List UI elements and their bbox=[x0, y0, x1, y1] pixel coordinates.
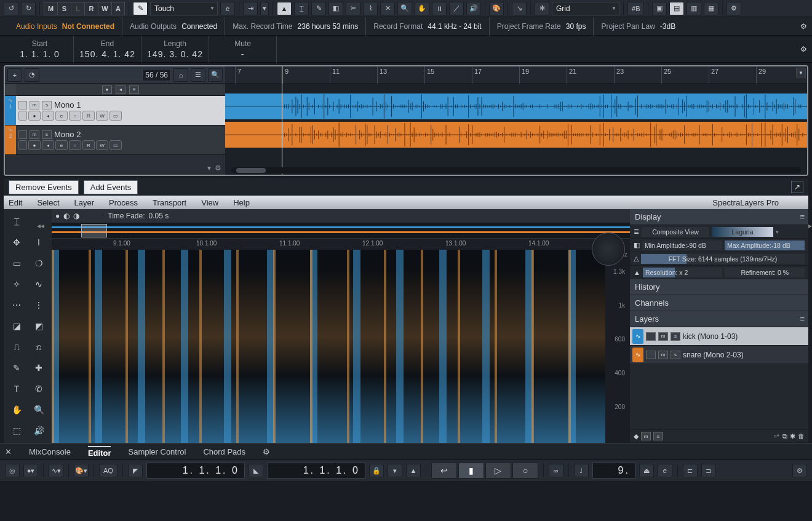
playhead[interactable] bbox=[282, 66, 282, 175]
panel-layout-1[interactable]: ▣ bbox=[652, 2, 667, 15]
layer-m-button[interactable]: m bbox=[641, 432, 651, 440]
track-row[interactable]: ∿1 m s Mono 1 ● ◂ e ○ R W ▭ bbox=[5, 96, 225, 125]
snap-toggle[interactable]: ↘ bbox=[512, 2, 527, 15]
menu-select[interactable]: Select bbox=[37, 198, 59, 207]
panel-menu-icon[interactable]: ≡ bbox=[800, 212, 805, 221]
resolution-icon[interactable]: ▲ bbox=[634, 269, 640, 276]
cycle-icon[interactable]: ∞ bbox=[549, 464, 563, 477]
left-locator-field[interactable]: 1. 1. 1. 0 bbox=[146, 463, 245, 479]
aq-button[interactable]: AQ bbox=[99, 464, 117, 477]
colormap-dropdown[interactable]: Laguna bbox=[712, 227, 773, 237]
timeline-ruler[interactable]: 7911131517192123252729 bbox=[225, 66, 807, 84]
lock-icon[interactable]: 🔒 bbox=[369, 464, 384, 477]
add-track-button[interactable]: + bbox=[7, 68, 22, 82]
layer-s-button[interactable]: s bbox=[671, 351, 680, 359]
layer-chk[interactable] bbox=[646, 332, 656, 341]
right-locator-icon[interactable]: ◣ bbox=[249, 464, 263, 477]
right-locator-field[interactable]: 1. 1. 1. 0 bbox=[267, 463, 365, 479]
track-rec-button[interactable]: ● bbox=[28, 111, 41, 121]
out-icon[interactable]: ⊐ bbox=[701, 464, 716, 477]
track-s-button[interactable]: s bbox=[42, 101, 52, 109]
layer-fill-icon[interactable]: ◆ bbox=[634, 432, 639, 440]
transport-gear-icon[interactable]: ⚙ bbox=[792, 464, 807, 477]
track-freeze-button[interactable]: ○ bbox=[69, 111, 81, 121]
fx-icon[interactable]: ✱ bbox=[790, 432, 795, 440]
mute-value[interactable]: - bbox=[209, 49, 276, 59]
pointer-tool[interactable]: ▲ bbox=[277, 2, 292, 15]
wave-icon[interactable]: ∿▾ bbox=[49, 464, 63, 477]
spectralayers-canvas[interactable]: ● ◐ ◑ Time Fade: 0.05 s ◂◂ ▸▸ 9.1.0010.1… bbox=[52, 209, 630, 443]
draw-tool[interactable]: ✎ bbox=[311, 2, 326, 15]
overview-dropdown-icon[interactable]: ▼ bbox=[796, 68, 806, 78]
tabs-gear-icon[interactable]: ⚙ bbox=[263, 447, 270, 456]
state-m-button[interactable]: M bbox=[44, 2, 57, 15]
track-mon-button[interactable]: ◂ bbox=[42, 111, 54, 121]
track-arm-chk[interactable] bbox=[18, 101, 27, 109]
track-name[interactable]: Mono 2 bbox=[54, 130, 81, 139]
comp-tool[interactable]: ✋ bbox=[415, 2, 429, 15]
timeline[interactable]: 7911131517192123252729 bbox=[225, 66, 807, 175]
state-l-button[interactable]: L bbox=[71, 2, 84, 15]
layers-menu-icon[interactable]: ≡ bbox=[800, 314, 805, 324]
gear-icon[interactable]: ⚙ bbox=[726, 2, 741, 15]
clone-tool[interactable]: ⎌ bbox=[28, 337, 49, 357]
tracklist-gear-icon[interactable]: ⚙ bbox=[215, 164, 221, 175]
lasso-tool[interactable]: ❍ bbox=[28, 253, 49, 273]
track-r-button[interactable]: R bbox=[82, 140, 95, 150]
event-lane-mono1[interactable] bbox=[225, 93, 807, 119]
power-icon[interactable]: ◎ bbox=[5, 464, 20, 477]
track-m-button[interactable]: m bbox=[30, 130, 39, 139]
audio-outputs-value[interactable]: Connected bbox=[181, 22, 217, 31]
undo-button[interactable]: ↺ bbox=[4, 2, 18, 15]
marker-icon[interactable]: ▲ bbox=[406, 464, 421, 477]
tempo-note-icon[interactable]: ♩ bbox=[574, 464, 589, 477]
fft-icon[interactable]: △ bbox=[634, 255, 639, 263]
hand-tool[interactable]: ✋ bbox=[6, 400, 27, 420]
menu-view[interactable]: View bbox=[201, 198, 218, 207]
menu-edit[interactable]: Edit bbox=[9, 198, 22, 207]
event-lane-mono2[interactable] bbox=[225, 122, 807, 148]
chevron-down-icon[interactable]: ▾ bbox=[776, 229, 779, 235]
menu-transport[interactable]: Transport bbox=[153, 198, 186, 207]
track-rec-icon[interactable]: ● bbox=[102, 86, 112, 94]
zoom-tool-sl[interactable]: 🔍 bbox=[28, 400, 49, 420]
add-events-button[interactable]: Add Events bbox=[84, 180, 138, 194]
end-value[interactable]: 150. 4. 1. 42 bbox=[74, 49, 141, 59]
color-tool[interactable]: 🎨 bbox=[489, 2, 504, 15]
erase-tool[interactable]: ◧ bbox=[328, 2, 343, 15]
layer-row[interactable]: ∿ m s kick (Mono 1-03) bbox=[630, 327, 808, 346]
track-chk2[interactable] bbox=[18, 111, 27, 121]
track-mon-button[interactable]: ◂ bbox=[42, 140, 54, 150]
stamp-tool[interactable]: ⎍ bbox=[6, 337, 27, 357]
snap-type-dropdown[interactable]: Grid bbox=[552, 2, 619, 15]
line-tool[interactable]: ／ bbox=[449, 2, 464, 15]
menu-process[interactable]: Process bbox=[109, 198, 138, 207]
layer-name[interactable]: snare (Mono 2-03) bbox=[683, 351, 744, 359]
warp-tool[interactable]: ⏸ bbox=[432, 2, 447, 15]
snap-type-icon[interactable]: ✻ bbox=[535, 2, 549, 15]
fft-size-slider[interactable]: FFT Size: 6144 samples (139ms/7Hz) bbox=[641, 254, 805, 264]
glue-tool[interactable]: ⌇ bbox=[363, 2, 378, 15]
brush-tool[interactable]: ✎ bbox=[6, 358, 27, 378]
picker-tool[interactable]: ✆ bbox=[28, 379, 49, 399]
group-layer-icon[interactable]: ⧉ bbox=[782, 432, 787, 440]
ibeam-tool[interactable]: I bbox=[28, 233, 49, 252]
harmonic-tool[interactable]: ⋯ bbox=[6, 295, 27, 315]
layer-s-button[interactable]: s bbox=[671, 332, 680, 341]
cursor-tool[interactable]: ⌶ bbox=[6, 212, 27, 231]
refinement-slider[interactable]: Refinement: 0 % bbox=[725, 268, 805, 277]
frame-rate-value[interactable]: 30 fps bbox=[566, 22, 586, 31]
metronome-icon[interactable]: ⏏ bbox=[639, 464, 654, 477]
popout-icon[interactable]: ↗ bbox=[791, 181, 803, 193]
layer-name[interactable]: kick (Mono 1-03) bbox=[683, 332, 738, 341]
tracklist-dropdown-icon[interactable]: ▾ bbox=[207, 164, 211, 175]
record-button[interactable]: ○ bbox=[512, 463, 538, 479]
track-lane-button[interactable]: ▭ bbox=[109, 140, 122, 150]
h-scrollbar[interactable] bbox=[231, 167, 801, 173]
length-value[interactable]: 149. 3. 0. 42 bbox=[141, 49, 209, 59]
rewind-button[interactable]: ↩ bbox=[431, 463, 457, 479]
remove-events-button[interactable]: Remove Events bbox=[9, 180, 79, 194]
track-freeze-button[interactable]: ○ bbox=[69, 140, 81, 150]
state-s-button[interactable]: S bbox=[57, 2, 71, 15]
layers-icon[interactable]: ≣ bbox=[634, 228, 639, 236]
